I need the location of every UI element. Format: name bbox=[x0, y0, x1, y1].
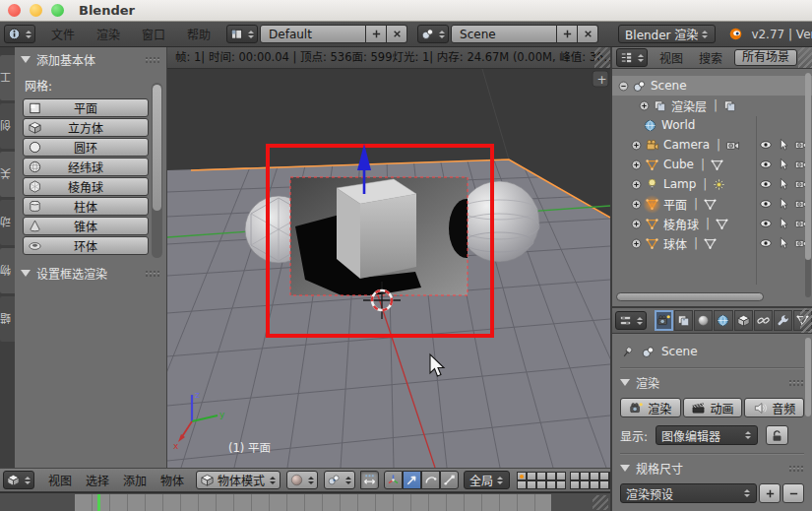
outliner-row-sphere[interactable]: 球体 | bbox=[612, 233, 812, 253]
outliner-display-filter-dropdown[interactable]: 所有场景 bbox=[734, 49, 797, 66]
eye-icon[interactable] bbox=[759, 138, 773, 152]
scale-tool-button[interactable] bbox=[440, 471, 459, 489]
add-menu[interactable]: 添加 bbox=[123, 472, 147, 488]
outliner-row-plane-selected[interactable]: 平面 | bbox=[612, 194, 812, 214]
lock-interface-button[interactable] bbox=[766, 425, 788, 445]
expand-icon[interactable] bbox=[630, 139, 643, 152]
outliner-horizontal-scrollbar[interactable] bbox=[616, 292, 764, 301]
viewport-editor-type-button[interactable] bbox=[3, 471, 34, 489]
outliner-row-lamp[interactable]: Lamp | bbox=[612, 174, 812, 194]
maximize-window-button[interactable] bbox=[51, 4, 64, 17]
layer-1-active[interactable] bbox=[517, 472, 527, 480]
render-engine-dropdown[interactable]: Blender 渲染 bbox=[618, 25, 716, 43]
menu-window[interactable]: 窗口 bbox=[142, 26, 165, 42]
outliner-vertical-scrollbar[interactable] bbox=[805, 73, 811, 297]
expand-icon[interactable] bbox=[638, 99, 651, 112]
tab-render[interactable] bbox=[655, 310, 673, 331]
layers-block-1[interactable] bbox=[517, 472, 566, 489]
add-cone-button[interactable]: 锥体 bbox=[23, 217, 149, 235]
shelf-tab-relations[interactable]: 关 bbox=[0, 152, 15, 197]
add-circle-button[interactable]: 圆环 bbox=[23, 138, 149, 157]
eye-icon[interactable] bbox=[759, 217, 773, 230]
view-menu[interactable]: 视图 bbox=[48, 472, 72, 488]
object-menu[interactable]: 物体 bbox=[160, 472, 184, 488]
preset-remove-button[interactable] bbox=[782, 483, 804, 503]
add-cube-button[interactable]: 立方体 bbox=[23, 118, 149, 137]
scene-delete-button[interactable] bbox=[578, 25, 598, 43]
tab-scene[interactable] bbox=[694, 310, 713, 331]
expand-icon[interactable] bbox=[630, 159, 643, 171]
panel-dimensions-header[interactable]: 规格尺寸 bbox=[620, 458, 804, 478]
menu-render[interactable]: 渲染 bbox=[96, 26, 120, 42]
render-button[interactable]: 渲染 bbox=[620, 398, 681, 417]
render-preset-dropdown[interactable]: 渲染预设 bbox=[620, 483, 757, 503]
shelf-tab-greasepencil[interactable]: 蜡 bbox=[0, 296, 15, 342]
timeline-resize-grip[interactable] bbox=[593, 495, 608, 510]
panel-grip-icon[interactable] bbox=[145, 56, 160, 63]
rotate-tool-button[interactable] bbox=[421, 471, 440, 489]
translate-tool-button[interactable] bbox=[403, 471, 421, 489]
scene-name-field[interactable]: Scene bbox=[451, 25, 557, 43]
viewport-shading-dropdown[interactable] bbox=[286, 471, 318, 489]
pointer-icon[interactable] bbox=[777, 197, 790, 211]
layout-name-field[interactable]: Default bbox=[260, 25, 366, 43]
outliner-row-icosphere[interactable]: 棱角球 | bbox=[612, 214, 812, 233]
layers-block-2[interactable] bbox=[570, 472, 610, 489]
expand-icon[interactable] bbox=[630, 178, 643, 191]
tab-render-layers[interactable] bbox=[674, 310, 693, 331]
outliner-row-camera[interactable]: Camera | bbox=[612, 135, 812, 155]
breadcrumb-scene-label[interactable]: Scene bbox=[661, 345, 698, 358]
animation-button[interactable]: 动画 bbox=[683, 398, 743, 417]
current-frame-marker[interactable] bbox=[97, 494, 100, 511]
layout-delete-button[interactable] bbox=[387, 25, 407, 43]
collapse-icon[interactable] bbox=[617, 80, 630, 93]
add-plane-button[interactable]: 平面 bbox=[23, 98, 149, 117]
pin-icon[interactable] bbox=[620, 345, 635, 359]
shelf-tab-physics[interactable]: 物 bbox=[0, 248, 15, 293]
properties-vertical-scrollbar[interactable] bbox=[805, 338, 811, 416]
panel-render-header[interactable]: 渲染 bbox=[620, 372, 804, 392]
shelf-tab-tools[interactable]: 工 bbox=[0, 55, 15, 100]
header-resize-grip[interactable] bbox=[798, 47, 812, 68]
menu-help[interactable]: 帮助 bbox=[187, 26, 211, 42]
menu-file[interactable]: 文件 bbox=[51, 26, 75, 42]
manipulator-toggle-button[interactable] bbox=[360, 471, 379, 489]
eye-icon[interactable] bbox=[759, 158, 773, 171]
outliner-menu-view[interactable]: 视图 bbox=[659, 49, 683, 66]
expand-icon[interactable] bbox=[630, 198, 643, 211]
editor-type-button[interactable] bbox=[4, 25, 35, 43]
panel-grip-icon[interactable] bbox=[788, 465, 804, 472]
interaction-mode-dropdown[interactable]: 物体模式 bbox=[196, 471, 281, 489]
panel-grip-icon[interactable] bbox=[788, 379, 804, 386]
uvsphere-object[interactable] bbox=[459, 181, 539, 262]
transform-orientation-dropdown[interactable]: 全局 bbox=[464, 471, 510, 489]
timeline-strip[interactable] bbox=[0, 492, 610, 511]
timeline-frame-band[interactable] bbox=[75, 494, 551, 511]
properties-editor-type-button[interactable] bbox=[615, 311, 647, 330]
screen-layout-button[interactable] bbox=[226, 25, 258, 43]
pointer-icon[interactable] bbox=[777, 138, 790, 152]
viewport-properties-expand-button[interactable]: + bbox=[593, 71, 608, 87]
header-resize-grip[interactable] bbox=[800, 308, 812, 333]
tab-modifiers[interactable] bbox=[774, 310, 792, 331]
outliner-editor-type-button[interactable] bbox=[616, 48, 648, 67]
pointer-icon[interactable] bbox=[777, 236, 790, 250]
pointer-icon[interactable] bbox=[777, 158, 790, 171]
display-mode-dropdown[interactable]: 图像编辑器 bbox=[656, 425, 758, 445]
expand-icon[interactable] bbox=[630, 218, 643, 230]
expand-icon[interactable] bbox=[630, 237, 643, 250]
eye-icon[interactable] bbox=[759, 236, 773, 250]
eye-icon[interactable] bbox=[759, 197, 773, 211]
panel-grip-icon[interactable] bbox=[145, 270, 160, 277]
minimize-window-button[interactable] bbox=[30, 4, 42, 17]
select-menu[interactable]: 选择 bbox=[86, 472, 109, 488]
eye-icon[interactable] bbox=[759, 177, 773, 191]
add-cylinder-button[interactable]: 柱体 bbox=[23, 197, 149, 216]
layout-add-button[interactable] bbox=[366, 25, 387, 43]
outliner-row-cube[interactable]: Cube | bbox=[612, 155, 812, 174]
scene-browse-button[interactable] bbox=[417, 25, 449, 43]
tab-constraints[interactable] bbox=[754, 310, 773, 331]
tool-shelf-scrollbar[interactable] bbox=[152, 83, 162, 258]
pointer-icon[interactable] bbox=[777, 177, 790, 191]
scene-add-button[interactable] bbox=[557, 25, 578, 43]
